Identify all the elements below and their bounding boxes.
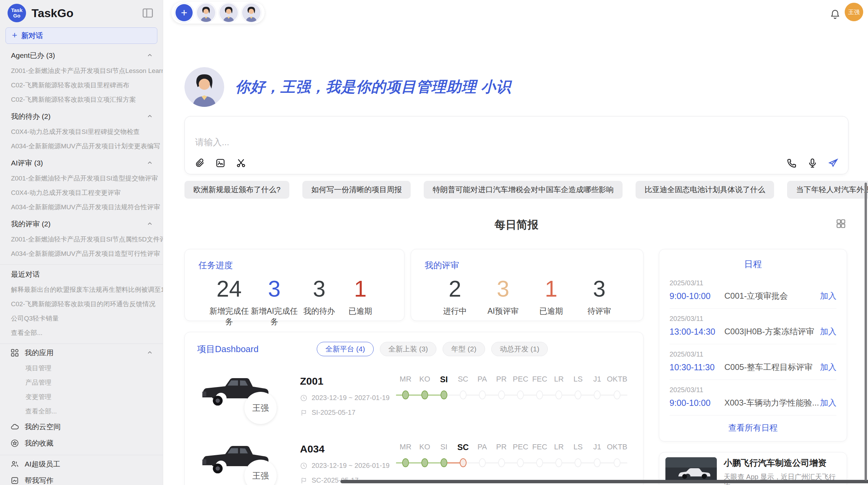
suggestion-chip-2[interactable]: 特朗普可能对进口汽车增税会对中国车企造成哪些影响 [424, 181, 623, 199]
sidebar-section-header-0[interactable]: Agent已办 (3) [0, 47, 163, 64]
milestone-dot [441, 458, 447, 467]
project-flag-text: SI-2025-05-17 [312, 409, 355, 416]
new-chat-button[interactable]: + 新对话 [5, 27, 157, 44]
suggestion-chip-4[interactable]: 当下年轻人对汽车外观有怎样的喜好趋势 [787, 181, 868, 199]
sidebar-conversation-item[interactable]: A034-全新新能源MUV产品开发项目造型可行性评审 [0, 247, 163, 261]
stat-AI预评审: 3AI预评审 [482, 274, 523, 316]
milestone-PR: PR [492, 443, 511, 467]
join-meeting-link[interactable]: 加入 [820, 326, 836, 337]
suggestion-chip-1[interactable]: 如何写一份清晰的项目周报 [302, 181, 411, 199]
join-meeting-link[interactable]: 加入 [820, 397, 836, 408]
milestone-label: LR [554, 443, 564, 453]
stat-label: 已逾期 [340, 306, 381, 316]
sidebar-item-favorites[interactable]: 我的收藏 [0, 435, 163, 451]
milestone-dot [460, 390, 467, 399]
milestone-dot [594, 458, 601, 467]
vertical-scrollbar[interactable] [865, 183, 867, 481]
milestone-dot [441, 390, 447, 399]
horizontal-scrollbar[interactable] [340, 480, 868, 483]
schedule-time: 13:00-14:30 [670, 327, 724, 337]
sidebar-conversation-item[interactable]: Z001-全新燃油轻卡产品开发项目SI造型提交物评审 [0, 171, 163, 186]
chat-composer[interactable]: 请输入... [184, 116, 848, 174]
dashboard-tab-3[interactable]: 动总开发 (1) [491, 342, 548, 356]
suggestion-chip-3[interactable]: 比亚迪全固态电池计划具体说了什么 [636, 181, 774, 199]
suggestion-chip-0[interactable]: 欧洲新规最近颁布了什么? [184, 181, 289, 199]
layout-grid-icon[interactable] [835, 218, 846, 229]
dashboard-tab-0[interactable]: 全新平台 (4) [317, 342, 374, 356]
sidebar-item-ai-staff[interactable]: AI超级员工 [0, 456, 163, 472]
sidebar-conversation-item[interactable]: C02-飞腾新能源轻客改款项目里程碑画布 [0, 78, 163, 92]
sidebar-conversation-item[interactable]: A034-全新新能源MUV产品开发项目法规符合性评审 [0, 200, 163, 214]
composer-placeholder[interactable]: 请输入... [195, 136, 838, 148]
sidebar-section-header-3[interactable]: 我的评审 (2) [0, 216, 163, 232]
milestone-dot [555, 458, 562, 467]
dashboard-tab-1[interactable]: 全新上装 (3) [380, 342, 437, 356]
schedule-card: 日程 2025/03/119:00-10:00C001-立项审批会加入2025/… [659, 249, 847, 442]
milestone-J1: J1 [588, 443, 607, 467]
project-code: Z001 [300, 375, 386, 387]
dashboard-tab-2[interactable]: 年型 (2) [443, 342, 485, 356]
milestone-strip: MRKOSISCPAPRPECFECLRLSJ1OKTB [396, 373, 627, 424]
sidebar-conversation-item[interactable]: Z001-全新燃油皮卡产品开发项目SI节点Lesson Learn报告 [0, 64, 163, 78]
sidebar-conversation-item[interactable]: C0X4-动力总成开发项目SI里程碑提交物检查 [0, 125, 163, 139]
view-all-schedule-link[interactable]: 查看所有日程 [670, 415, 836, 440]
sidebar-item-cloud-space[interactable]: 我的云空间 [0, 419, 163, 435]
agent-avatar-1[interactable] [197, 3, 215, 22]
attachment-icon[interactable] [194, 158, 205, 169]
sidebar-item-my-apps[interactable]: 我的应用 [0, 345, 163, 361]
phone-call-icon[interactable] [786, 158, 797, 169]
sidebar-conversation-item[interactable]: Z001-全新燃油轻卡产品开发项目SI节点属性5D文件评审 [0, 232, 163, 247]
sidebar-item-help-write[interactable]: 帮我写作 [0, 472, 163, 485]
project-row-Z001[interactable]: 王强Z0012023-12-19 ~ 2027-01-19SI-2025-05-… [197, 373, 631, 424]
project-dates-text: 2023-12-19 ~ 2026-01-19 [312, 462, 389, 470]
new-chat-label: 新对话 [21, 31, 43, 40]
milestone-dot [594, 390, 601, 399]
milestone-PA: PA [473, 375, 492, 399]
recent-conversation-item[interactable]: 查看全部... [0, 326, 163, 340]
milestone-dot [517, 390, 524, 399]
dashboard-tabs: 全新平台 (4)全新上装 (3)年型 (2)动总开发 (1) [317, 342, 548, 356]
stat-已逾期: 1已逾期 [340, 274, 381, 327]
add-agent-button[interactable]: + [176, 4, 193, 21]
project-info: Z0012023-12-19 ~ 2027-01-19SI-2025-05-17 [300, 373, 386, 424]
notification-bell-icon[interactable] [830, 9, 841, 20]
app-item-project-mgmt[interactable]: 项目管理 [0, 361, 163, 375]
scissors-icon[interactable] [236, 158, 246, 169]
sidebar-section-header-1[interactable]: 我的待办 (2) [0, 108, 163, 125]
recent-conversation-item[interactable]: C02-飞腾新能源轻客改款项目的闭环通告反馈情况 [0, 297, 163, 311]
sidebar-conversation-item[interactable]: C02-飞腾新能源轻客改款项目立项汇报方案 [0, 92, 163, 107]
milestone-dot [479, 458, 486, 467]
help-write-label: 帮我写作 [25, 476, 153, 485]
app-item-view-all[interactable]: 查看全部... [0, 404, 163, 419]
milestone-dot [402, 458, 409, 467]
join-meeting-link[interactable]: 加入 [820, 362, 836, 373]
milestone-SI: SI [434, 443, 454, 467]
agent-avatar-2[interactable] [219, 3, 238, 22]
milestone-label: SI [440, 375, 448, 385]
microphone-icon[interactable] [807, 158, 818, 169]
send-icon[interactable] [828, 158, 839, 169]
stat-待评审: 3待评审 [579, 274, 620, 316]
sidebar-conversation-item[interactable]: A034-全新新能源MUV产品开发项目计划变更表编写 [0, 139, 163, 153]
sidebar-collapse-icon[interactable] [142, 7, 154, 19]
project-owner-badge: 王强 [244, 392, 277, 424]
favorites-label: 我的收藏 [25, 438, 153, 448]
sidebar-conversation-item[interactable]: C0X4-动力总成开发项目工程变更评审 [0, 186, 163, 200]
project-car: 王强 [197, 373, 300, 424]
agent-avatar-3[interactable] [242, 3, 261, 22]
user-avatar[interactable]: 王强 [845, 3, 863, 21]
recent-conversation-item[interactable]: 解释最新出台的欧盟报废车法规再生塑料比例被调至15%... [0, 283, 163, 297]
recent-conversation-item[interactable]: 公司Q3轻卡销量 [0, 311, 163, 326]
app-item-product-mgmt[interactable]: 产品管理 [0, 375, 163, 390]
project-row-A034[interactable]: 王强A0342023-12-19 ~ 2026-01-19SC-2025-05-… [197, 440, 631, 485]
app-item-change-mgmt[interactable]: 变更管理 [0, 390, 163, 404]
milestone-label: PA [478, 375, 487, 385]
news-thumbnail [665, 457, 717, 483]
milestone-label: SC [457, 443, 469, 453]
image-upload-icon[interactable] [215, 158, 226, 169]
project-info: A0342023-12-19 ~ 2026-01-19SC-2025-05-17 [300, 440, 386, 485]
join-meeting-link[interactable]: 加入 [820, 290, 836, 301]
greeting-text: 你好，王强，我是你的项目管理助理 小识 [235, 77, 511, 97]
sidebar-section-header-2[interactable]: AI评审 (3) [0, 155, 163, 171]
stat-label: 新增AI完成任务 [250, 306, 299, 327]
